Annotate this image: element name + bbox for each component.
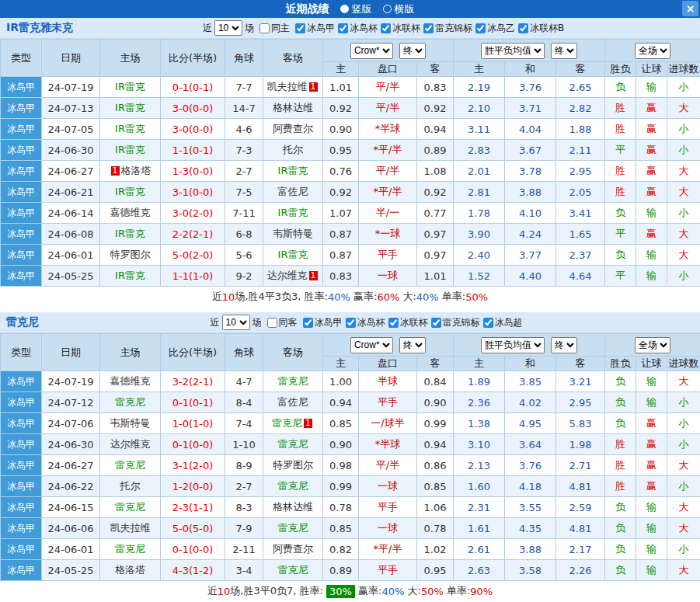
score: 2-2(2-1): [161, 224, 225, 245]
same-venue-filter[interactable]: 同客: [267, 316, 298, 329]
away-team: 格林达维: [263, 98, 323, 119]
league-checkbox[interactable]: [518, 23, 528, 33]
team-name: 雷克尼: [115, 543, 145, 555]
euro-type-select[interactable]: 胜平负均值: [481, 337, 545, 353]
league-filter[interactable]: 冰岛杯: [338, 22, 378, 35]
league-checkbox[interactable]: [483, 318, 493, 328]
result-outcome: 胜: [605, 455, 636, 476]
red-card-badge: 1: [309, 271, 318, 280]
result-outcome: 负: [605, 518, 636, 539]
same-venue-checkbox[interactable]: [259, 23, 270, 33]
scope-select[interactable]: 全场: [635, 337, 670, 353]
euro-draw-odds: 3.76: [505, 455, 556, 476]
league-checkbox[interactable]: [388, 318, 399, 328]
league-filter[interactable]: 雷克锦标: [423, 22, 472, 35]
away-team: 雷克尼1: [263, 413, 323, 434]
euro-type-select[interactable]: 胜平负均值: [481, 43, 545, 59]
league-checkbox[interactable]: [338, 23, 348, 33]
league-filter[interactable]: 冰岛乙: [475, 22, 515, 35]
team-name: IR雷克: [278, 207, 308, 218]
asian-home-odds: 1.01: [323, 77, 359, 98]
league-checkbox[interactable]: [381, 23, 391, 33]
league-type: 冰岛甲: [1, 413, 42, 434]
league-filter[interactable]: 冰联杯B: [518, 22, 564, 35]
section-title: IR雷克雅未克: [6, 21, 73, 35]
euro-draw-odds: 3.76: [505, 77, 556, 98]
away-team: 达尔维克1: [263, 266, 323, 287]
league-filter[interactable]: 冰联杯: [388, 316, 428, 329]
same-venue-checkbox[interactable]: [267, 318, 277, 328]
asian-home-odds: 0.89: [323, 560, 359, 581]
asian-time-select[interactable]: 终: [399, 337, 426, 353]
euro-home-odds: 1.38: [454, 413, 505, 434]
league-checkbox[interactable]: [303, 318, 313, 328]
result-handicap: 输: [636, 539, 667, 560]
league-filter[interactable]: 冰岛甲: [295, 22, 335, 35]
corners: 14-7: [225, 98, 263, 119]
league-checkbox[interactable]: [431, 318, 441, 328]
match-date: 24-06-30: [42, 434, 100, 455]
league-filter[interactable]: 雷克锦标: [431, 316, 480, 329]
league-filter[interactable]: 冰联杯: [381, 22, 420, 35]
euro-away-odds: 1.88: [556, 119, 605, 140]
league-filter[interactable]: 冰岛甲: [303, 316, 343, 329]
team-name: 雷克尼: [272, 417, 302, 429]
euro-time-select[interactable]: 终: [551, 337, 577, 353]
summary-segment: 单率:: [444, 584, 471, 598]
team-name: IR雷克: [115, 123, 145, 134]
subcol-asian-away: 客: [417, 62, 454, 77]
summary-segment: 90%: [470, 586, 493, 597]
result-goals: 小: [667, 539, 700, 560]
asian-home-odds: 0.76: [323, 161, 359, 182]
league-checkbox[interactable]: [423, 23, 434, 33]
corners: 4-6: [225, 119, 263, 140]
summary-segment: 近: [212, 290, 222, 304]
col-date: 日期: [42, 334, 100, 371]
euro-away-odds: 1.98: [556, 434, 605, 455]
radio-unselected-icon[interactable]: [383, 5, 392, 13]
euro-home-odds: 2.61: [454, 539, 505, 560]
asian-time-select[interactable]: 终: [399, 43, 426, 59]
match-count-select[interactable]: 10: [214, 20, 242, 36]
match-count-select[interactable]: 10: [222, 315, 250, 330]
layout-option-horizontal[interactable]: 横版: [383, 2, 415, 16]
league-checkbox[interactable]: [475, 23, 486, 33]
league-filter[interactable]: 冰岛杯: [346, 316, 385, 329]
filters-row: 近 10 场 同客 冰岛甲冰岛杯冰联杯雷克锦标冰岛超: [211, 315, 523, 330]
bookmaker-select[interactable]: Crow*: [350, 337, 393, 353]
league-checkbox[interactable]: [295, 23, 305, 33]
layout-option-vertical[interactable]: 竖版: [340, 2, 372, 16]
same-venue-filter[interactable]: 同主: [259, 22, 290, 35]
bookmaker-select[interactable]: Crow*: [350, 43, 393, 59]
away-team: IR雷克: [263, 203, 323, 224]
euro-home-odds: 1.61: [454, 518, 505, 539]
team-name: 托尔: [283, 144, 303, 155]
asian-away-odds: 1.01: [417, 266, 454, 287]
euro-time-select[interactable]: 终: [551, 43, 577, 59]
subcol-euro-away: 客: [556, 357, 605, 371]
score: 3-1(2-0): [161, 455, 225, 476]
result-handicap: 赢: [636, 224, 667, 245]
window-title: 近期战绩: [286, 2, 329, 16]
handicap: 平/半: [359, 77, 417, 98]
result-goals: 小: [667, 203, 700, 224]
match-date: 24-06-14: [42, 203, 100, 224]
result-handicap: 输: [636, 518, 667, 539]
radio-selected-icon[interactable]: [340, 5, 349, 13]
result-outcome: 胜: [605, 119, 636, 140]
matches-body: 冰岛甲 24-07-19 嘉德维克 3-2(2-1) 4-7 雷克尼 1.00 …: [1, 371, 700, 581]
league-filter[interactable]: 冰岛超: [483, 316, 523, 329]
league-checkbox[interactable]: [346, 318, 356, 328]
close-icon[interactable]: ×: [682, 1, 698, 16]
subcol-wdl: 胜负: [605, 357, 636, 371]
corners: 2-7: [225, 161, 263, 182]
scope-select[interactable]: 全场: [635, 43, 670, 59]
team-name: 韦斯特曼: [110, 417, 151, 429]
euro-away-odds: 4.81: [556, 518, 605, 539]
table-row: 冰岛甲 24-06-01 特罗图尔 5-0(2-0) 5-6 IR雷克 0.87…: [1, 245, 700, 266]
result-outcome: 胜: [605, 182, 636, 203]
corners: 8-3: [225, 497, 263, 518]
table-row: 冰岛甲 24-07-12 雷克尼 0-1(0-1) 8-4 富佐尼 0.94 平…: [1, 392, 700, 413]
euro-home-odds: 1.89: [454, 371, 505, 392]
match-date: 24-07-19: [42, 371, 100, 392]
